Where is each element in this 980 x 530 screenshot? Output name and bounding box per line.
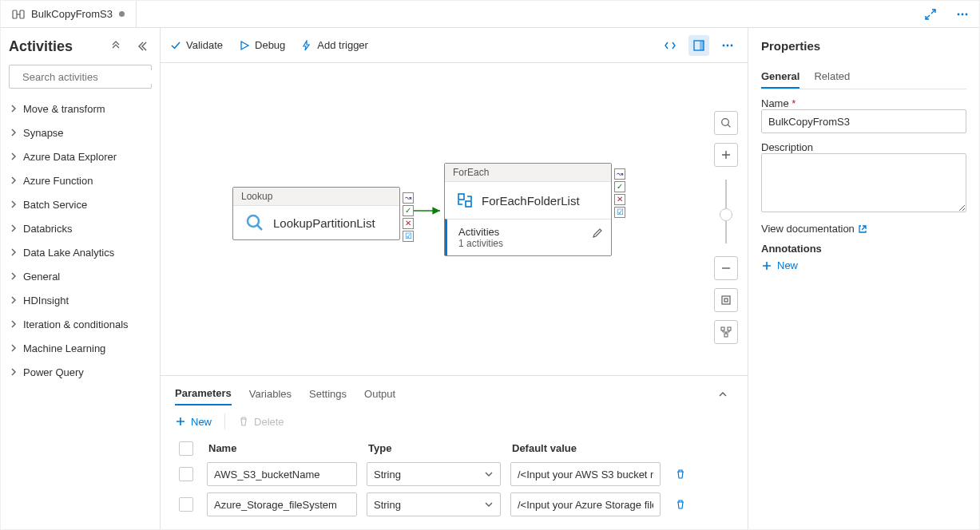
param-default-input[interactable]	[510, 462, 661, 486]
chevron-down-icon	[484, 469, 494, 479]
activity-category[interactable]: Batch Service	[9, 192, 152, 216]
validate-button[interactable]: Validate	[170, 39, 223, 51]
chevron-right-icon	[9, 247, 18, 257]
description-label: Description	[761, 141, 966, 153]
param-type-select[interactable]: String	[367, 462, 501, 486]
row-checkbox[interactable]	[179, 467, 193, 481]
output-ports: ↝ ✓ ✕ ☑	[614, 168, 625, 218]
svg-rect-0	[13, 10, 17, 18]
pipeline-tab-title: BulkCopyFromS3	[31, 8, 113, 20]
lookup-icon	[244, 212, 265, 233]
trigger-icon	[301, 40, 312, 51]
tab-output[interactable]: Output	[364, 383, 395, 405]
activity-category[interactable]: Azure Function	[9, 168, 152, 192]
delete-row-button[interactable]	[670, 464, 691, 485]
debug-button[interactable]: Debug	[239, 39, 285, 51]
pipeline-actionbar: Validate Debug Add trigger	[161, 28, 748, 63]
lookup-activity-node[interactable]: Lookup LookupPartitionList ↝ ✓ ✕ ☑	[232, 187, 400, 240]
port-success[interactable]: ✓	[403, 205, 414, 216]
svg-point-8	[723, 44, 725, 46]
activity-category[interactable]: Databricks	[9, 216, 152, 240]
activity-category[interactable]: Power Query	[9, 360, 152, 384]
trash-icon	[238, 416, 249, 427]
tab-more-icon[interactable]	[952, 4, 973, 25]
pipeline-canvas[interactable]: Lookup LookupPartitionList ↝ ✓ ✕ ☑ ForEa…	[161, 63, 748, 375]
tab-variables[interactable]: Variables	[249, 383, 292, 405]
activity-category[interactable]: General	[9, 264, 152, 288]
activities-search-input[interactable]	[21, 70, 158, 84]
properties-toggle-icon[interactable]	[688, 35, 709, 56]
play-icon	[239, 40, 250, 51]
tab-parameters[interactable]: Parameters	[175, 382, 232, 405]
svg-point-14	[722, 119, 729, 126]
port-success[interactable]: ✓	[614, 181, 625, 192]
select-all-checkbox[interactable]	[179, 441, 193, 456]
code-view-icon[interactable]	[660, 35, 680, 56]
param-default-input[interactable]	[510, 492, 661, 516]
zoom-in-button[interactable]	[714, 143, 738, 167]
activity-category[interactable]: Azure Data Explorer	[9, 144, 152, 168]
foreach-activities-section[interactable]: Activities 1 activities	[445, 219, 611, 255]
props-tab-general[interactable]: General	[761, 65, 799, 89]
edit-icon[interactable]	[592, 227, 603, 239]
svg-rect-7	[700, 41, 704, 50]
bottom-panel: Parameters Variables Settings Output New…	[161, 375, 748, 529]
fit-screen-button[interactable]	[714, 288, 738, 312]
svg-rect-17	[721, 327, 724, 330]
annotations-label: Annotations	[761, 243, 966, 255]
collapse-panel-icon[interactable]	[712, 384, 733, 405]
activities-search[interactable]	[9, 65, 152, 89]
tab-settings[interactable]: Settings	[309, 383, 347, 405]
col-type: Type	[362, 437, 506, 459]
external-link-icon	[858, 224, 867, 234]
add-trigger-button[interactable]: Add trigger	[301, 39, 368, 51]
layout-button[interactable]	[714, 320, 738, 344]
pipeline-tab[interactable]: BulkCopyFromS3	[1, 1, 137, 27]
row-checkbox[interactable]	[179, 497, 193, 512]
param-name-input[interactable]	[207, 462, 357, 486]
param-name-input[interactable]	[207, 492, 357, 516]
delete-row-button[interactable]	[670, 494, 691, 515]
chevron-right-icon	[9, 200, 18, 209]
zoom-slider[interactable]	[725, 180, 727, 243]
port-complete[interactable]: ☑	[403, 231, 414, 242]
port-skip[interactable]: ↝	[614, 168, 625, 180]
props-tab-related[interactable]: Related	[814, 65, 850, 89]
port-fail[interactable]: ✕	[614, 194, 625, 205]
chevron-right-icon	[9, 176, 18, 185]
svg-point-9	[727, 44, 729, 46]
activity-category[interactable]: Data Lake Analytics	[9, 240, 152, 264]
svg-point-3	[962, 13, 964, 15]
activity-category[interactable]: Machine Learning	[9, 336, 152, 360]
foreach-activity-node[interactable]: ForEach ForEachFolderList Activities 1 a…	[444, 163, 612, 256]
node-title: ForEachFolderList	[482, 194, 580, 208]
activity-category[interactable]: Synapse	[9, 121, 152, 144]
col-default: Default value	[506, 437, 665, 459]
svg-rect-16	[724, 299, 728, 302]
zoom-out-button[interactable]	[714, 256, 738, 280]
delete-parameter-button[interactable]: Delete	[238, 416, 284, 428]
collapse-all-icon[interactable]	[105, 36, 126, 57]
pipeline-name-input[interactable]	[761, 109, 966, 133]
new-annotation-button[interactable]: New	[761, 259, 966, 271]
port-fail[interactable]: ✕	[403, 218, 414, 229]
view-documentation-link[interactable]: View documentation	[761, 223, 966, 235]
svg-point-2	[958, 13, 960, 15]
activity-category[interactable]: Move & transform	[9, 97, 152, 121]
pipeline-description-input[interactable]	[761, 153, 966, 212]
canvas-search-button[interactable]	[714, 111, 738, 135]
actionbar-more-icon[interactable]	[717, 35, 738, 56]
param-type-select[interactable]: String	[367, 492, 501, 516]
hide-panel-icon[interactable]	[131, 36, 152, 57]
name-label: Name	[761, 97, 966, 109]
output-ports: ↝ ✓ ✕ ☑	[403, 192, 414, 242]
port-skip[interactable]: ↝	[403, 192, 414, 204]
expand-window-icon[interactable]	[920, 4, 941, 25]
chevron-right-icon	[9, 152, 18, 161]
port-complete[interactable]: ☑	[614, 207, 625, 218]
activity-category[interactable]: Iteration & conditionals	[9, 312, 152, 336]
new-parameter-button[interactable]: New	[175, 416, 212, 428]
activity-category[interactable]: HDInsight	[9, 288, 152, 312]
node-title: LookupPartitionList	[273, 216, 375, 230]
chevron-right-icon	[9, 271, 18, 281]
